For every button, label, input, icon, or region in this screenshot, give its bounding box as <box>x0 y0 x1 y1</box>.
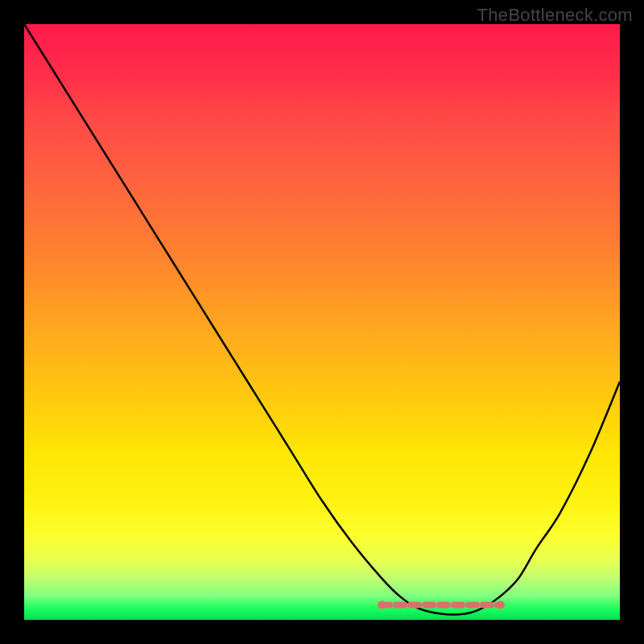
marker-dot <box>378 601 386 609</box>
watermark-text: TheBottleneck.com <box>477 5 633 26</box>
bottleneck-curve-path <box>24 24 620 615</box>
plot-area <box>24 24 620 620</box>
chart-svg <box>24 24 620 620</box>
marker-dot <box>497 601 505 609</box>
